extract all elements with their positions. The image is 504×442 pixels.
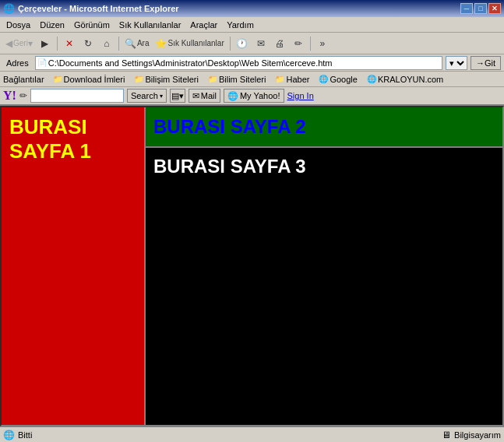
frame2: BURASI SAYFA 2 (146, 107, 502, 148)
yahoo-signin-link[interactable]: Sign In (287, 91, 314, 100)
address-bar: Adres 📄 C:\Documents and Settings\Admini… (0, 54, 504, 72)
toolbar-separator-3 (230, 37, 231, 51)
menu-help[interactable]: Yardım (222, 19, 259, 31)
address-label: Adres (3, 58, 32, 68)
maximize-button[interactable]: □ (474, 3, 487, 14)
toolbar-separator-4 (310, 37, 311, 51)
frame3: BURASI SAYFA 3 (146, 148, 502, 425)
refresh-button[interactable]: ↻ (79, 35, 97, 52)
link-google[interactable]: 🌐 Google (315, 73, 361, 86)
yahoo-myyahoo-button[interactable]: 🌐 My Yahoo! (224, 89, 284, 103)
history-button[interactable]: 🕐 (234, 35, 251, 52)
yahoo-mail-button[interactable]: ✉ Mail (189, 89, 220, 103)
toolbar: ◀ Geri ▾ ▶ ✕ ↻ ⌂ 🔍 Ara ⭐ Sık Kullanılanl… (0, 33, 504, 54)
page-dropdown-icon: ▤▾ (171, 91, 184, 101)
window-controls: ─ □ ✕ (460, 3, 501, 14)
yahoo-search-button[interactable]: Search ▾ (127, 89, 167, 103)
menu-file[interactable]: Dosya (2, 19, 35, 31)
stop-button[interactable]: ✕ (61, 35, 78, 52)
yahoo-bar: Y! ✏ Search ▾ ▤▾ ✉ Mail 🌐 My Yahoo! Sign… (0, 87, 504, 106)
status-text: Bitti (18, 430, 32, 440)
search-button[interactable]: 🔍 Ara (122, 35, 152, 52)
frame1: BURASI SAYFA 1 (2, 107, 146, 425)
browser-content: BURASI SAYFA 1 BURASI SAYFA 2 BURASI SAY… (0, 106, 504, 426)
link-bilisim[interactable]: 📁 Bilişim Siteleri (130, 73, 202, 86)
computer-label: Bilgisayarım (454, 430, 501, 440)
forward-button[interactable]: ▶ (37, 35, 54, 52)
frame2-text: BURASI SAYFA 2 (153, 116, 306, 138)
status-right: 🖥 Bilgisayarım (442, 430, 501, 440)
close-button[interactable]: ✕ (488, 3, 501, 14)
status-bar: 🌐 Bitti 🖥 Bilgisayarım (0, 426, 504, 442)
right-frames: BURASI SAYFA 2 BURASI SAYFA 3 (146, 107, 502, 425)
menu-tools[interactable]: Araçlar (185, 19, 222, 31)
frame3-text: BURASI SAYFA 3 (153, 156, 306, 177)
myyahoo-icon: 🌐 (227, 91, 238, 101)
page-icon: 📄 (37, 58, 47, 67)
address-value: C:\Documents and Settings\Administrator\… (48, 58, 333, 68)
frame1-text: BURASI SAYFA 1 (9, 115, 136, 163)
go-button[interactable]: → Git (471, 56, 501, 70)
toolbar-separator-2 (118, 37, 119, 51)
links-bar: Bağlantılar 📁 Download İmleri 📁 Bilişim … (0, 72, 504, 87)
folder-icon-3: 📁 (208, 75, 217, 83)
minimize-button[interactable]: ─ (460, 3, 473, 14)
edit-button[interactable]: ✏ (290, 35, 307, 52)
folder-icon-4: 📁 (275, 75, 284, 83)
window-title: Çerçeveler - Microsoft Internet Explorer (18, 4, 179, 13)
toolbar-separator-1 (57, 37, 58, 51)
link-bilim[interactable]: 📁 Bilim Siteleri (204, 73, 270, 86)
expand-button[interactable]: » (314, 35, 331, 52)
link-download[interactable]: 📁 Download İmleri (49, 73, 129, 86)
yahoo-edit-icon[interactable]: ✏ (19, 90, 27, 101)
mail-button[interactable]: ✉ (252, 35, 270, 52)
yahoo-page-button[interactable]: ▤▾ (170, 89, 185, 103)
web-icon-1: 🌐 (319, 75, 328, 83)
address-dropdown[interactable]: ▾ (446, 56, 467, 70)
print-button[interactable]: 🖨 (271, 35, 288, 52)
web-icon-2: 🌐 (367, 75, 376, 83)
link-haber[interactable]: 📁 Haber (271, 73, 313, 86)
links-label: Bağlantılar (3, 75, 44, 84)
status-icon: 🌐 (3, 430, 15, 440)
menu-bar: Dosya Düzen Görünüm Sık Kullanılanlar Ar… (0, 17, 504, 33)
menu-view[interactable]: Görünüm (69, 19, 115, 31)
search-dropdown-arrow: ▾ (160, 93, 163, 100)
status-left: 🌐 Bitti (3, 430, 32, 440)
browser-icon: 🌐 (3, 3, 15, 14)
favorites-button[interactable]: ⭐ Sık Kullanılanlar (153, 35, 226, 52)
yahoo-logo: Y! (3, 89, 16, 103)
back-button[interactable]: ◀ Geri ▾ (3, 35, 35, 52)
link-kraloyun[interactable]: 🌐 KRALOYUN.com (363, 73, 447, 86)
home-button[interactable]: ⌂ (98, 35, 115, 52)
menu-favorites[interactable]: Sık Kullanılanlar (115, 19, 186, 31)
title-bar: 🌐 Çerçeveler - Microsoft Internet Explor… (0, 0, 504, 17)
menu-edit[interactable]: Düzen (35, 19, 69, 31)
mail-icon: ✉ (192, 91, 199, 101)
folder-icon-2: 📁 (134, 75, 143, 83)
computer-icon: 🖥 (442, 430, 451, 440)
go-icon: → (476, 58, 485, 68)
yahoo-search-input[interactable] (30, 89, 124, 103)
folder-icon-1: 📁 (53, 75, 62, 83)
